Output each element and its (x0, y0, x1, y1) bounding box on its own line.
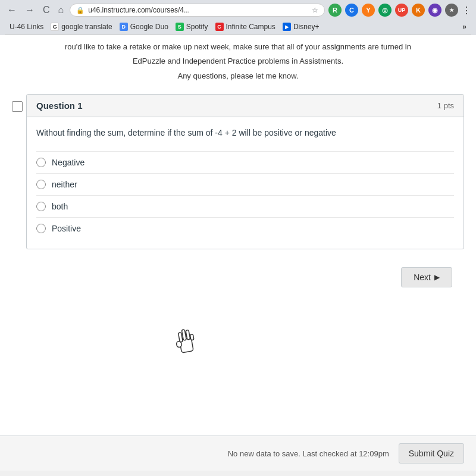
browser-nav: ← → C ⌂ 🔒 u46.instructure.com/courses/4.… (5, 4, 471, 17)
answer-label-neither: neither (52, 180, 77, 189)
browser-nav-icons: R C Y ◎ UP K ◉ ★ ⋮ (328, 4, 471, 17)
google-translate-icon: G (51, 23, 59, 31)
nav-icon-circle1[interactable]: ◎ (378, 4, 392, 17)
bookmark-google-duo[interactable]: D Google Duo (120, 23, 168, 31)
question-row: Question 1 1 pts Without finding the sum… (12, 94, 464, 261)
star-icon: ☆ (312, 6, 318, 14)
nav-icon-k[interactable]: K (412, 4, 425, 17)
notice-line3: Any questions, please let me know. (12, 70, 464, 82)
question-title: Question 1 (36, 101, 83, 111)
bookmark-u46[interactable]: U-46 Links (10, 23, 43, 31)
bookmarks-more[interactable]: » (462, 23, 466, 31)
radio-neither[interactable] (36, 180, 46, 189)
home-button[interactable]: ⌂ (56, 4, 67, 17)
question-points: 1 pts (437, 101, 454, 110)
answer-option-negative[interactable]: Negative (36, 151, 454, 173)
bookmark-infinite-campus-label: Infinite Campus (226, 23, 275, 31)
answer-option-both[interactable]: both (36, 195, 454, 217)
radio-positive[interactable] (36, 224, 46, 233)
page-content: rou'd like to take a retake or make up n… (0, 35, 476, 471)
lock-icon: 🔒 (76, 7, 84, 14)
bookmark-u46-label: U-46 Links (10, 23, 43, 31)
question-checkbox (12, 101, 23, 112)
answer-label-both: both (52, 202, 68, 211)
submit-quiz-button[interactable]: Submit Quiz (399, 443, 464, 464)
nav-icon-y[interactable]: Y (362, 4, 375, 17)
notice-line1: rou'd like to take a retake or make up n… (12, 41, 464, 53)
address-text: u46.instructure.com/courses/4... (88, 6, 190, 14)
checkbox-square (12, 101, 23, 112)
nav-extra: ⋮ (462, 5, 471, 16)
question-body: Without finding the sum, determine if th… (27, 117, 464, 249)
notice-text: rou'd like to take a retake or make up n… (0, 35, 476, 88)
bookmark-spotify-label: Spotify (186, 23, 208, 31)
bookmark-google-duo-label: Google Duo (130, 23, 168, 31)
nav-icon-c[interactable]: C (345, 4, 358, 17)
answer-label-positive: Positive (52, 224, 81, 233)
back-button[interactable]: ← (5, 4, 19, 17)
bookmark-google-translate-label: google translate (61, 23, 112, 31)
disney-icon: ▶ (283, 23, 291, 31)
next-label: Next (414, 273, 431, 282)
answer-option-positive[interactable]: Positive (36, 217, 454, 239)
google-duo-icon: D (120, 23, 128, 31)
question-header: Question 1 1 pts (27, 95, 464, 117)
next-button[interactable]: Next ▶ (401, 267, 452, 287)
submit-footer: No new data to save. Last checked at 12:… (0, 436, 476, 471)
spotify-icon: S (176, 23, 184, 31)
question-text: Without finding the sum, determine if th… (36, 127, 454, 139)
nav-icon-ext[interactable]: ★ (445, 4, 458, 17)
bookmark-spotify[interactable]: S Spotify (176, 23, 208, 31)
nav-icon-r[interactable]: R (328, 4, 342, 17)
answer-label-negative: Negative (52, 158, 84, 167)
next-arrow: ▶ (434, 273, 440, 281)
forward-button[interactable]: → (23, 4, 37, 17)
radio-both[interactable] (36, 202, 46, 211)
bookmarks-bar: U-46 Links G google translate D Google D… (5, 20, 471, 35)
bookmark-disney[interactable]: ▶ Disney+ (283, 23, 320, 31)
infinite-campus-icon: C (215, 23, 224, 31)
nav-icon-up[interactable]: UP (395, 4, 408, 17)
radio-negative[interactable] (36, 158, 46, 167)
question-box: Question 1 1 pts Without finding the sum… (26, 94, 464, 249)
bookmark-google-translate[interactable]: G google translate (51, 23, 112, 31)
bookmark-disney-label: Disney+ (293, 23, 320, 31)
refresh-button[interactable]: C (40, 4, 52, 17)
save-status: No new data to save. Last checked at 12:… (228, 449, 389, 458)
nav-icon-circle2[interactable]: ◉ (428, 4, 441, 17)
nav-button-row: Next ▶ (12, 261, 464, 293)
browser-chrome: ← → C ⌂ 🔒 u46.instructure.com/courses/4.… (0, 0, 476, 35)
address-bar[interactable]: 🔒 u46.instructure.com/courses/4... ☆ (70, 4, 325, 17)
notice-line2: EdPuzzle and Independent Practice proble… (12, 55, 464, 67)
quiz-area: Question 1 1 pts Without finding the sum… (0, 88, 476, 299)
answer-option-neither[interactable]: neither (36, 173, 454, 195)
bookmark-infinite-campus[interactable]: C Infinite Campus (215, 23, 275, 31)
